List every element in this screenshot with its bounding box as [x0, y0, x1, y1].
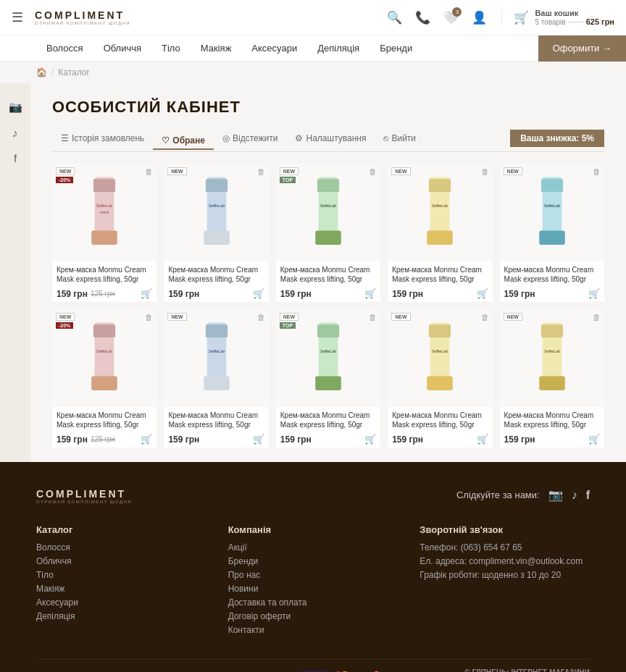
product-grid: SelfieLab crème NEW -20% 🗑 Крем-маска Mo… [52, 164, 604, 448]
product-card: SelfieLab NEW TOP 🗑 Крем-маска Monmu Cre… [276, 164, 380, 302]
menu-icon[interactable]: ☰ [12, 9, 23, 25]
add-to-cart-icon[interactable]: 🛒 [477, 434, 488, 445]
nav-item-tilo[interactable]: Тіло [151, 35, 191, 62]
product-card: SelfieLab NEW 🗑 Крем-маска Monmu Cream M… [164, 164, 268, 302]
delete-icon[interactable]: 🗑 [369, 313, 377, 322]
tab-favorites[interactable]: ♡ Обране [153, 133, 214, 150]
phone-icon[interactable]: 📞 [415, 10, 430, 25]
add-to-cart-icon[interactable]: 🛒 [141, 288, 152, 299]
tab-tracking[interactable]: ◎ Відстежити [214, 130, 287, 146]
facebook-icon[interactable]: f [14, 152, 17, 164]
svg-rect-22 [93, 324, 115, 337]
add-to-cart-icon[interactable]: 🛒 [364, 288, 376, 299]
product-card: SelfieLab NEW TOP 🗑 Крем-маска Monmu Cre… [276, 309, 380, 448]
product-price: 159 грн [168, 434, 199, 445]
footer: COMPLIMENT ОТРИМАЙ КОМПЛІМЕНТ ЩОДНЯ Слід… [0, 462, 626, 672]
footer-link-kontakty[interactable]: Контакти [228, 625, 398, 635]
product-image-area: SelfieLab NEW 🗑 [164, 164, 268, 261]
delete-icon[interactable]: 🗑 [481, 167, 489, 176]
footer-link-oblychchya[interactable]: Обличчя [36, 556, 206, 566]
svg-text:SelfieLab: SelfieLab [544, 349, 560, 353]
svg-rect-27 [204, 376, 230, 390]
product-name: Крем-маска Monmu Cream Mask express lift… [504, 265, 600, 285]
delete-icon[interactable]: 🗑 [257, 313, 265, 322]
product-image-area: SelfieLab NEW 🗑 [164, 309, 268, 407]
cart-count: 5 товарів [535, 18, 565, 26]
breadcrumb-home[interactable]: 🏠 [36, 67, 47, 77]
product-name: Крем-маска Monmu Cream Mask express lift… [57, 265, 152, 285]
tiktok-icon[interactable]: ♪ [12, 127, 18, 139]
footer-link-brendy[interactable]: Бренди [228, 556, 398, 566]
product-price: 159 грн [57, 289, 88, 299]
search-icon[interactable]: 🔍 [387, 10, 402, 25]
svg-text:SelfieLab: SelfieLab [320, 349, 336, 353]
svg-rect-30 [317, 324, 339, 337]
logo[interactable]: COMPLIMENT ОТРИМАЙ КОМПЛІМЕНТ ЩОДНЯ [35, 9, 130, 25]
footer-logo[interactable]: COMPLIMENT ОТРИМАЙ КОМПЛІМЕНТ ЩОДНЯ [36, 488, 132, 504]
nav-item-volossya[interactable]: Волосся [36, 35, 93, 62]
delete-icon[interactable]: 🗑 [257, 167, 265, 176]
footer-instagram-icon[interactable]: 📷 [548, 488, 563, 502]
add-to-cart-icon[interactable]: 🛒 [588, 288, 600, 299]
tab-settings[interactable]: ⚙ Налаштування [286, 130, 375, 146]
delete-icon[interactable]: 🗑 [593, 313, 601, 322]
delete-icon[interactable]: 🗑 [593, 167, 601, 176]
svg-text:SelfieLab: SelfieLab [544, 203, 560, 208]
product-image-area: SelfieLab NEW 🗑 [388, 309, 492, 407]
footer-link-depilyatsiya[interactable]: Депіляція [36, 611, 206, 621]
add-to-cart-icon[interactable]: 🛒 [588, 434, 600, 445]
footer-link-dohovir[interactable]: Договір оферти [228, 611, 398, 621]
tab-logout[interactable]: ⎋ Вийти [375, 130, 425, 146]
add-to-cart-icon[interactable]: 🛒 [477, 288, 488, 299]
add-to-cart-icon[interactable]: 🛒 [364, 434, 376, 445]
svg-rect-11 [315, 230, 341, 245]
footer-link-volossya[interactable]: Волосся [36, 542, 206, 553]
product-card: SelfieLab NEW 🗑 Крем-маска Monmu Cream M… [388, 164, 492, 302]
svg-rect-23 [91, 376, 117, 390]
add-to-cart-icon[interactable]: 🛒 [253, 288, 264, 299]
footer-link-makiyazh[interactable]: Макіяж [36, 584, 206, 594]
follow-label: Слідкуйте за нами: [456, 490, 540, 500]
add-to-cart-icon[interactable]: 🛒 [141, 434, 152, 445]
checkout-button[interactable]: Оформити → [538, 35, 626, 62]
nav-item-aksesuary[interactable]: Аксесуари [241, 35, 307, 62]
nav-item-depilyatsiya[interactable]: Депіляція [307, 35, 370, 62]
product-card: SelfieLab NEW 🗑 Крем-маска Monmu Cream M… [500, 309, 604, 448]
delete-icon[interactable]: 🗑 [145, 167, 153, 176]
product-price: 159 грн [504, 289, 535, 299]
tab-orders[interactable]: ☰ Історія замовлень [52, 130, 153, 146]
nav-item-brendy[interactable]: Бренди [370, 35, 422, 62]
footer-link-aksesuary[interactable]: Аксесуари [36, 597, 206, 608]
cart-info: Ваш кошик 5 товарів 625 грн [535, 9, 614, 26]
footer-link-dostavka[interactable]: Доставка та оплата [228, 597, 398, 608]
product-price: 159 грн [57, 434, 88, 445]
footer-tiktok-icon[interactable]: ♪ [572, 489, 577, 502]
add-to-cart-icon[interactable]: 🛒 [253, 434, 264, 445]
svg-text:SelfieLab: SelfieLab [208, 349, 224, 353]
product-old-price: 125 грн [91, 290, 115, 298]
nav-item-oblychchya[interactable]: Обличчя [93, 35, 151, 62]
new-badge: NEW [56, 167, 75, 175]
cart-title: Ваш кошик [535, 9, 614, 17]
footer-link-novyny[interactable]: Новини [228, 584, 398, 594]
delete-icon[interactable]: 🗑 [369, 167, 377, 176]
footer-facebook-icon[interactable]: f [586, 489, 590, 502]
footer-link-aktsii[interactable]: Акції [228, 542, 398, 553]
footer-company-title: Компанія [228, 524, 398, 535]
nav-item-makiyazh[interactable]: Макіяж [191, 35, 242, 62]
delete-icon[interactable]: 🗑 [481, 313, 489, 322]
instagram-icon[interactable]: 📷 [9, 101, 22, 114]
account-icon[interactable]: 👤 [472, 10, 487, 25]
delete-icon[interactable]: 🗑 [145, 313, 153, 322]
product-image-area: SelfieLab crème NEW -20% 🗑 [52, 164, 156, 261]
new-badge: NEW [504, 167, 522, 175]
product-image-area: SelfieLab NEW TOP 🗑 [276, 309, 380, 407]
footer-link-tilo[interactable]: Тіло [36, 570, 206, 580]
footer-developer: © ГЛЯНЕЦЬ: ІНТЕРНЕТ-МАГАЗИНИ МАРКЕТИНГ. … [464, 668, 590, 672]
svg-rect-38 [541, 324, 563, 337]
product-name: Крем-маска Monmu Cream Mask express lift… [280, 265, 376, 285]
footer-link-pro-nas[interactable]: Про нас [228, 570, 398, 580]
cart-section[interactable]: 🛒 Ваш кошик 5 товарів 625 грн [501, 9, 614, 26]
wishlist-icon[interactable]: 🤍 3 [443, 10, 459, 25]
new-badge: NEW [504, 313, 522, 321]
